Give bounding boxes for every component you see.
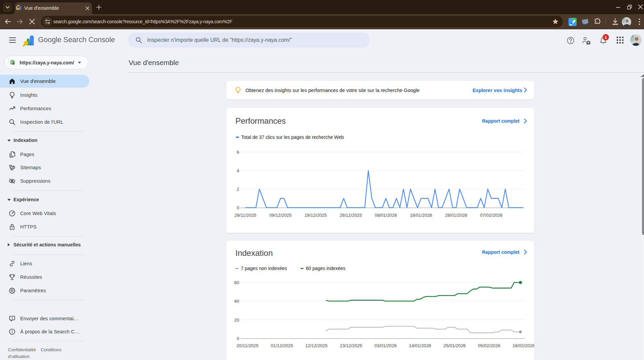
svg-text:6: 6 [237, 150, 239, 155]
svg-text:19/12/2025: 19/12/2025 [304, 213, 327, 218]
svg-text:05/02/2026: 05/02/2026 [478, 343, 500, 348]
svg-text:16/02/2026: 16/02/2026 [513, 343, 534, 348]
svg-text:28/01/2026: 28/01/2026 [445, 213, 467, 218]
svg-text:0: 0 [237, 336, 239, 341]
svg-text:12/12/2025: 12/12/2025 [305, 343, 327, 348]
svg-text:1: 1 [605, 35, 607, 39]
svg-text:20/11/2025: 20/11/2025 [236, 343, 258, 348]
svg-text:20: 20 [234, 318, 239, 323]
svg-text:14/01/2026: 14/01/2026 [409, 343, 431, 348]
svg-text:29/11/2025: 29/11/2025 [234, 213, 256, 218]
svg-text:2: 2 [237, 187, 239, 192]
svg-text:07/02/2026: 07/02/2026 [480, 213, 502, 218]
svg-text:29/12/2025: 29/12/2025 [340, 213, 362, 218]
svg-text:03/01/2026: 03/01/2026 [375, 343, 397, 348]
svg-text:09/12/2025: 09/12/2025 [269, 213, 292, 218]
svg-text:60: 60 [234, 280, 239, 285]
svg-text:01/12/2025: 01/12/2025 [271, 343, 293, 348]
svg-text:4: 4 [237, 168, 239, 173]
svg-text:23/12/2025: 23/12/2025 [340, 343, 362, 348]
svg-text:08/01/2026: 08/01/2026 [375, 213, 397, 218]
svg-text:18/01/2026: 18/01/2026 [410, 213, 432, 218]
svg-text:40: 40 [234, 299, 239, 304]
svg-text:0: 0 [237, 205, 239, 210]
svg-text:25/01/2026: 25/01/2026 [444, 343, 466, 348]
